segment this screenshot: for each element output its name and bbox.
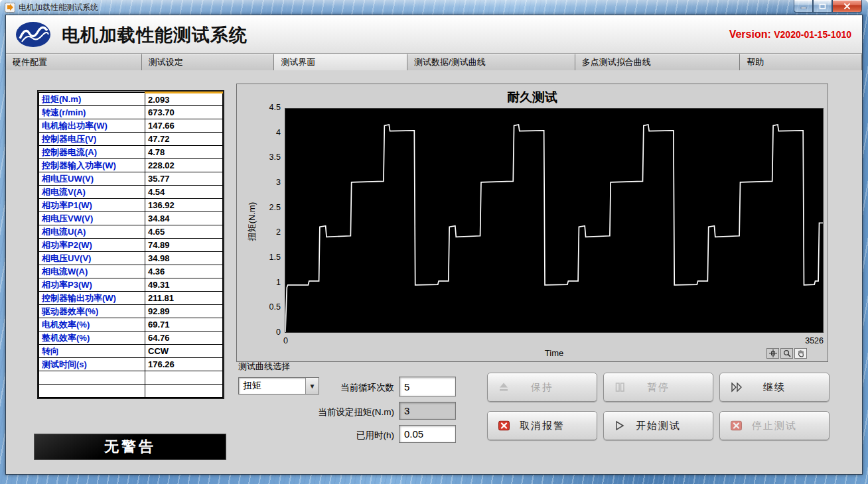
stop-test-button[interactable]: 停止测试 [719,411,830,440]
table-row: 转速(r/min)673.70 [39,106,223,119]
param-name: 整机效率(%) [39,332,145,345]
chart-title: 耐久测试 [237,89,828,106]
table-row: 驱动器效率(%)92.89 [39,305,223,318]
table-row: 转向CCW [39,345,223,358]
table-row [39,385,223,398]
table-row [39,371,223,385]
table-row: 整机效率(%)64.76 [39,332,223,345]
graph-tool-palette [766,348,807,359]
param-value: 4.36 [145,265,223,278]
curve-select-label: 测试曲线选择 [238,361,290,373]
pan-hand-tool-icon[interactable] [794,348,807,359]
page-title: 电机加载性能测试系统 [62,23,248,47]
param-value: 49.31 [145,278,223,292]
tab-bar: 硬件配置测试设定测试界面测试数据/测试曲线多点测试拟合曲线帮助 [6,54,862,70]
param-name: 相电流V(A) [39,186,145,199]
table-row: 相功率P2(W)74.89 [39,239,223,252]
endurance-chart: 耐久测试 扭矩(N.m) 00.511.522.533.544.5 0 3526… [236,84,828,362]
close-button[interactable] [832,0,862,13]
test-interface-panel: 扭矩(N.m)2.093转速(r/min)673.70电机输出功率(W)147.… [6,70,862,474]
table-row: 相电流V(A)4.54 [39,186,223,199]
window-titlebar[interactable]: 电机加载性能测试系统 [0,0,868,15]
param-name: 扭矩(N.m) [39,93,145,106]
start-test-button[interactable]: 开始测试 [603,411,713,440]
table-row: 电机效率(%)69.71 [39,318,223,332]
cycle-count-label: 当前循环次数 [281,382,394,394]
param-name: 相电流W(A) [39,265,145,278]
table-row: 相电流W(A)4.36 [39,265,223,278]
torque-curve [285,125,823,332]
alarm-cancel-icon [498,421,510,431]
param-name: 相电压VW(V) [39,212,145,225]
cursor-crosshair-tool-icon[interactable] [766,348,779,359]
pause-icon [615,383,625,393]
pause-button[interactable]: 暂停 [603,373,713,402]
continue-button[interactable]: 继续 [719,373,830,402]
y-tick-label: 3 [250,178,281,187]
param-name: 测试时间(s) [39,358,145,371]
version-info: Version: V2020-01-15-1010 [729,29,851,40]
tab-item-2[interactable]: 测试设定 [142,54,275,70]
table-row: 相电压UV(V)34.98 [39,252,223,265]
param-value: 64.76 [145,332,223,345]
version-label: Version: [729,29,771,40]
param-value: 4.65 [145,225,223,239]
y-tick-label: 4 [250,128,281,137]
param-value: 4.78 [145,146,223,159]
param-name: 控制器输出功率(W) [39,292,145,305]
elapsed-time-field: 0.05 [399,425,456,443]
param-value: 176.26 [145,358,223,371]
stop-alarm-icon [731,421,742,431]
play-icon [615,421,625,431]
table-row: 相电压VW(V)34.84 [39,212,223,225]
param-value: 74.89 [145,239,223,252]
minimize-button[interactable] [794,0,813,13]
param-name [39,371,145,385]
param-name: 相功率P1(W) [39,199,145,212]
x-axis-label: Time [285,348,824,358]
aero-window-glass: 电机加载性能测试系统 电机加载性能测试系统 [0,0,868,484]
table-row: 相功率P1(W)136.92 [39,199,223,212]
fast-forward-icon [731,383,743,393]
window-title: 电机加载性能测试系统 [19,2,98,13]
param-value: 4.54 [145,186,223,199]
param-value: 2.093 [145,93,223,106]
maximize-button[interactable] [813,0,832,13]
param-name: 转向 [39,345,145,358]
param-value: CCW [145,345,223,358]
param-name: 控制器电压(V) [39,133,145,146]
table-row: 控制器电流(A)4.78 [39,146,223,159]
table-row: 相功率P3(W)49.31 [39,278,223,292]
window-controls [794,0,862,13]
y-tick-label: 1.5 [250,253,281,262]
param-name: 驱动器效率(%) [39,305,145,318]
y-tick-label: 0 [250,328,281,337]
company-logo-icon [15,21,51,51]
zoom-tool-icon[interactable] [780,348,793,359]
param-value [145,371,223,385]
set-torque-label: 当前设定扭矩(N.m) [281,406,394,418]
tab-item-6[interactable]: 帮助 [740,54,862,70]
tab-item-3[interactable]: 测试界面 [274,54,407,70]
param-value [145,385,223,398]
table-row: 控制器电压(V)47.72 [39,133,223,146]
param-value: 673.70 [145,106,223,119]
table-row: 控制器输出功率(W)211.81 [39,292,223,305]
plot-area[interactable] [285,108,824,333]
y-tick-label: 3.5 [250,152,281,162]
app-frame: 电机加载性能测试系统 Version: V2020-01-15-1010 硬件配… [5,15,863,475]
x-tick-label: 0 [283,336,288,345]
version-value: V2020-01-15-1010 [774,29,851,40]
x-tick-label: 3526 [784,336,824,345]
y-tick-label: 2.5 [250,203,281,212]
cancel-alarm-button[interactable]: 取消报警 [487,411,597,440]
tab-item-4[interactable]: 测试数据/测试曲线 [407,54,575,70]
table-row: 测试时间(s)176.26 [39,358,223,371]
param-value: 147.66 [145,119,223,133]
y-tick-label: 2 [250,227,281,237]
hold-button[interactable]: 保持 [487,373,597,402]
param-name: 相电流U(A) [39,225,145,239]
tab-item-1[interactable]: 硬件配置 [6,54,142,70]
tab-item-5[interactable]: 多点测试拟合曲线 [575,54,741,70]
param-name: 相功率P2(W) [39,239,145,252]
